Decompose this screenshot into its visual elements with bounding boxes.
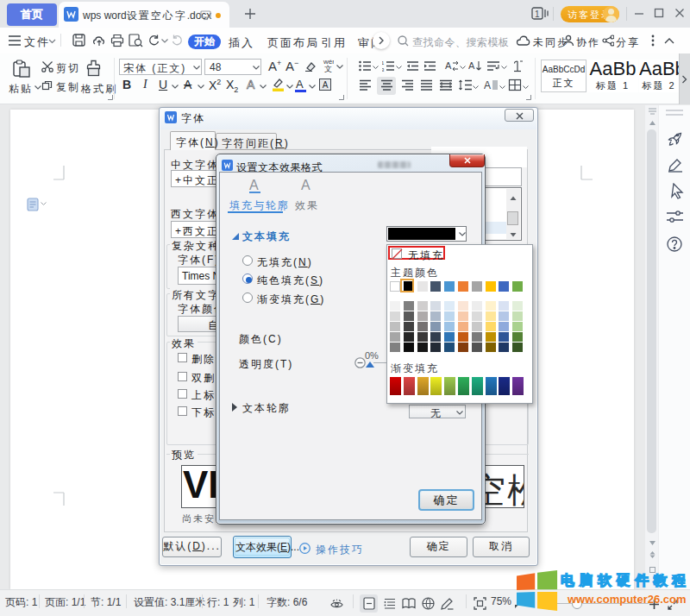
svg-text:A: A bbox=[468, 60, 475, 71]
svg-text:3: 3 bbox=[382, 67, 385, 72]
svg-text:A: A bbox=[249, 178, 259, 192]
svg-text:1: 1 bbox=[535, 9, 540, 19]
svg-text:1: 1 bbox=[382, 60, 385, 66]
svg-text:A: A bbox=[301, 178, 310, 192]
svg-text:A: A bbox=[445, 60, 452, 71]
svg-text:A: A bbox=[484, 79, 491, 91]
svg-text:文: 文 bbox=[324, 65, 332, 73]
